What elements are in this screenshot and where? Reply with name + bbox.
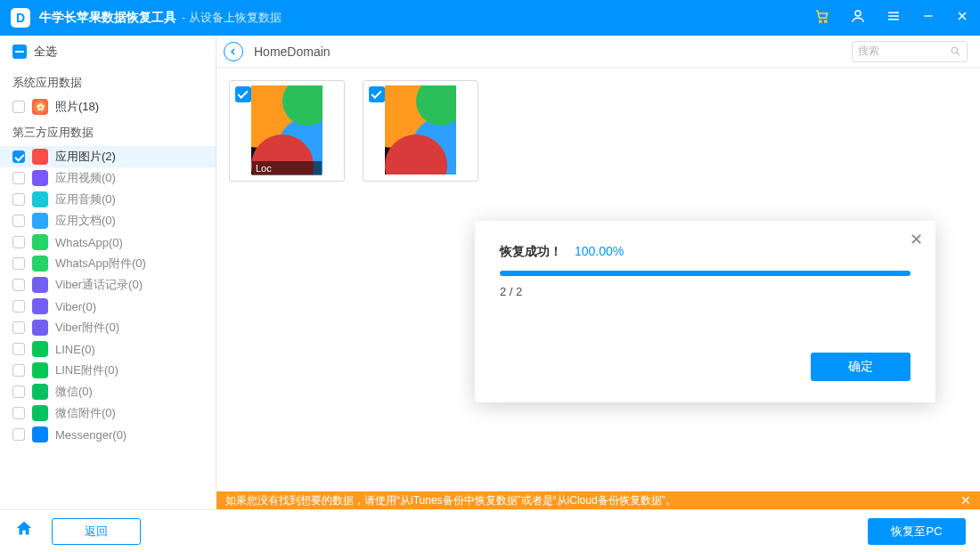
cart-icon[interactable] <box>814 8 830 28</box>
category-icon <box>32 341 48 357</box>
sidebar-item-label: 应用视频(0) <box>55 170 116 186</box>
category-icon <box>32 234 48 250</box>
checkbox-icon[interactable] <box>12 215 25 227</box>
sidebar-item-label: Viber(0) <box>55 300 96 313</box>
sidebar-item-line_a[interactable]: LINE附件(0) <box>0 360 216 381</box>
svg-point-2 <box>855 11 861 16</box>
back-icon[interactable] <box>224 42 243 61</box>
sidebar-item-label: LINE(0) <box>55 343 95 356</box>
footer-bar: 返回 恢复至PC <box>0 509 980 552</box>
recover-to-pc-button[interactable]: 恢复至PC <box>868 518 966 545</box>
thumbnail[interactable] <box>363 80 478 182</box>
menu-icon[interactable] <box>886 8 902 28</box>
section-sys-label: 系统应用数据 <box>0 68 216 96</box>
sidebar-item-app_doc[interactable]: 应用文档(0) <box>0 210 216 231</box>
sidebar-item-line[interactable]: LINE(0) <box>0 338 216 360</box>
category-icon <box>32 277 48 293</box>
select-all-label: 全选 <box>34 44 57 60</box>
category-icon <box>32 298 48 314</box>
checkbox-icon[interactable] <box>12 236 25 248</box>
checkbox-icon[interactable] <box>12 407 25 419</box>
svg-line-10 <box>957 53 960 55</box>
search-placeholder: 搜索 <box>858 44 879 59</box>
checkbox-icon[interactable] <box>12 428 25 441</box>
sidebar-item-wechat_a[interactable]: 微信附件(0) <box>0 402 216 424</box>
checkbox-icon[interactable] <box>12 193 25 206</box>
sidebar-item-label: LINE附件(0) <box>55 362 118 378</box>
close-icon[interactable] <box>955 9 969 27</box>
svg-point-9 <box>951 47 958 53</box>
thumbnail-checkbox[interactable] <box>235 86 251 102</box>
sidebar-item-whatsapp[interactable]: WhatsApp(0) <box>0 231 216 253</box>
checkbox-icon[interactable] <box>12 101 25 113</box>
thumbnail-checkbox[interactable] <box>369 86 385 102</box>
svg-point-1 <box>825 20 827 22</box>
dialog-title: 恢复成功！ <box>500 244 562 258</box>
checkbox-icon[interactable] <box>12 343 25 355</box>
sidebar: 全选 系统应用数据 ✿ 照片(18) 第三方应用数据 应用图片(2)应用视频(0… <box>0 36 216 491</box>
breadcrumb: HomeDomain <box>224 42 331 61</box>
category-icon <box>32 149 48 165</box>
tip-bar: 如果您没有找到想要的数据，请使用“从iTunes备份中恢复数据”或者是“从iCl… <box>216 491 980 509</box>
sidebar-item-label: 应用文档(0) <box>55 213 116 229</box>
checkbox-icon[interactable] <box>12 172 25 184</box>
sidebar-item-label: WhatsApp附件(0) <box>55 256 146 272</box>
checkbox-icon[interactable] <box>12 386 25 398</box>
checkbox-icon[interactable] <box>12 279 25 291</box>
thumbnail[interactable]: Loc <box>229 80 345 182</box>
select-all-toggle[interactable]: 全选 <box>0 36 216 68</box>
sidebar-item-label: 照片(18) <box>55 99 99 115</box>
search-icon <box>950 45 961 57</box>
photos-icon: ✿ <box>32 99 48 115</box>
sidebar-item-photos[interactable]: ✿ 照片(18) <box>0 96 216 118</box>
app-logo: D <box>11 8 30 28</box>
category-icon <box>32 405 48 421</box>
sidebar-item-viber[interactable]: Viber(0) <box>0 296 216 317</box>
sidebar-item-app_video[interactable]: 应用视频(0) <box>0 167 216 189</box>
sidebar-item-label: Viber通话记录(0) <box>55 277 143 293</box>
sidebar-item-messenger[interactable]: Messenger(0) <box>0 424 216 445</box>
search-input[interactable]: 搜索 <box>852 41 968 62</box>
thumbnail-image <box>385 85 456 175</box>
category-icon <box>32 320 48 336</box>
main-panel: HomeDomain 搜索 Loc ✕ 恢复成功！ 100.00% 2 / 2 … <box>216 36 980 491</box>
section-3rd-label: 第三方应用数据 <box>0 118 216 146</box>
checkbox-icon[interactable] <box>12 150 25 163</box>
sidebar-item-whatsapp_a[interactable]: WhatsApp附件(0) <box>0 253 216 274</box>
dialog-close-icon[interactable]: ✕ <box>910 230 923 249</box>
user-icon[interactable] <box>850 8 866 28</box>
tip-close-icon[interactable]: ✕ <box>960 493 971 507</box>
thumbnail-caption: Loc <box>252 161 322 175</box>
category-icon <box>32 256 48 272</box>
sidebar-item-label: Messenger(0) <box>55 428 127 442</box>
sidebar-item-viber_log[interactable]: Viber通话记录(0) <box>0 274 216 296</box>
dialog-percent: 100.00% <box>575 244 624 258</box>
back-button[interactable]: 返回 <box>52 518 141 545</box>
select-all-icon <box>12 45 27 59</box>
category-icon <box>32 191 48 207</box>
breadcrumb-label: HomeDomain <box>254 45 331 59</box>
dialog-count: 2 / 2 <box>500 285 911 298</box>
category-icon <box>32 362 48 378</box>
checkbox-icon[interactable] <box>12 364 25 377</box>
sidebar-item-label: WhatsApp(0) <box>55 236 123 249</box>
category-icon <box>32 426 48 442</box>
category-icon <box>32 384 48 400</box>
sidebar-item-wechat[interactable]: 微信(0) <box>0 381 216 402</box>
progress-bar <box>500 271 911 276</box>
checkbox-icon[interactable] <box>12 300 25 313</box>
sidebar-item-label: 微信附件(0) <box>55 405 116 421</box>
sidebar-item-label: 应用图片(2) <box>55 149 116 165</box>
sidebar-item-viber_a[interactable]: Viber附件(0) <box>0 317 216 338</box>
checkbox-icon[interactable] <box>12 257 25 270</box>
minimize-icon[interactable] <box>921 9 935 27</box>
dialog-ok-button[interactable]: 确定 <box>811 353 911 381</box>
sidebar-item-label: Viber附件(0) <box>55 320 119 336</box>
sidebar-item-app_audio[interactable]: 应用音频(0) <box>0 189 216 210</box>
home-icon[interactable] <box>14 519 34 543</box>
checkbox-icon[interactable] <box>12 321 25 334</box>
sidebar-item-app_image[interactable]: 应用图片(2) <box>0 146 216 167</box>
thumbnail-grid: Loc <box>216 68 980 194</box>
main-header: HomeDomain 搜索 <box>216 36 980 68</box>
app-title: 牛学长苹果数据恢复工具 <box>39 10 176 26</box>
